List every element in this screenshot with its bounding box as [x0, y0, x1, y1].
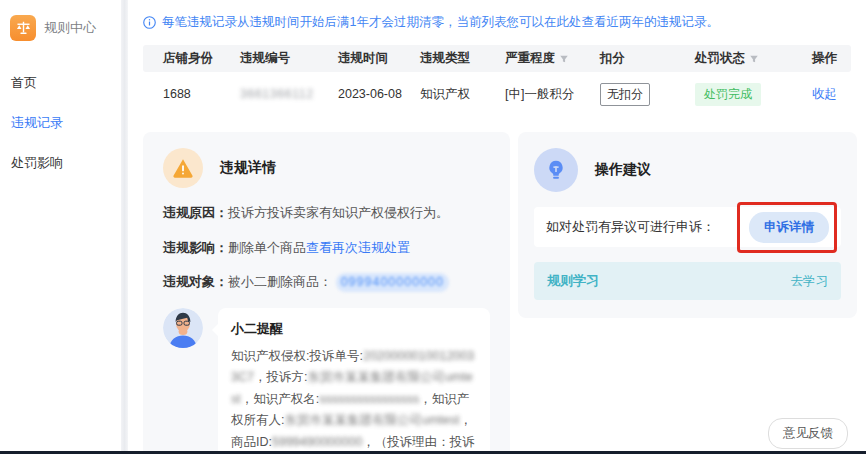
suggestion-card: 操作建议 如对处罚有异议可进行申诉： 申诉详情 规则学习 去学习: [518, 132, 857, 318]
warning-icon: [163, 148, 203, 188]
go-learn-link[interactable]: 去学习: [791, 273, 829, 290]
cell-action: 收起: [790, 86, 851, 103]
col-action: 操作: [790, 50, 851, 67]
reason-value: 投诉方投诉卖家有知识产权侵权行为。: [228, 205, 449, 220]
impact-value: 删除单个商品: [228, 240, 306, 255]
rule-learning-label: 规则学习: [547, 272, 599, 290]
detail-title: 违规详情: [220, 159, 276, 177]
cell-violation-time: 2023-06-08: [320, 87, 405, 101]
sidebar-item-home[interactable]: 首页: [0, 63, 121, 103]
notice-bar: 每笔违规记录从违规时间开始后满1年才会过期清零，当前列表您可以在此处查看近两年的…: [143, 14, 851, 31]
col-severity[interactable]: 严重程度: [490, 50, 580, 67]
target-value: 被小二删除商品：: [228, 274, 332, 289]
col-deduction: 扣分: [580, 50, 665, 67]
col-violation-no: 违规编号: [225, 50, 320, 67]
redacted-item-id: 5999490000000: [272, 435, 362, 449]
appeal-detail-button[interactable]: 申诉详情: [749, 212, 829, 243]
violation-target-row: 违规对象：被小二删除商品： 0999400000000: [163, 272, 490, 292]
app-title: 规则中心: [44, 19, 96, 37]
redacted-ip-name: ssssssssssssssss: [319, 392, 419, 406]
col-penalty-status-label: 处罚状态: [695, 50, 745, 67]
impact-label: 违规影响：: [163, 240, 228, 255]
violation-reason-row: 违规原因：投诉方投诉卖家有知识产权侵权行为。: [163, 203, 490, 223]
balance-scale-icon: [10, 15, 36, 41]
filter-icon[interactable]: [559, 54, 569, 64]
target-label: 违规对象：: [163, 274, 228, 289]
col-violation-type: 违规类型: [405, 50, 490, 67]
redacted-violation-no: 3661366112: [240, 87, 314, 101]
lightbulb-icon: [534, 148, 578, 192]
app-logo-row: 规则中心: [0, 0, 121, 41]
sidebar-item-penalty-impact[interactable]: 处罚影响: [0, 143, 121, 183]
table-header: 店铺身份 违规编号 违规时间 违规类型 严重程度 扣分 处罚状态 操作: [143, 45, 851, 72]
sidebar: 规则中心 首页 违规记录 处罚影响: [0, 0, 121, 454]
cell-shop-identity: 1688: [143, 87, 225, 101]
rule-learning-row[interactable]: 规则学习 去学习: [534, 262, 841, 300]
appeal-row: 如对处罚有异议可进行申诉： 申诉详情: [534, 207, 841, 247]
redacted-ip-owner: 东莞市某某集团有限公司umtest: [284, 413, 459, 427]
status-badge: 处罚完成: [695, 83, 761, 106]
col-severity-label: 严重程度: [505, 50, 555, 67]
info-icon: [143, 16, 156, 29]
cell-deduction: 无扣分: [580, 83, 665, 106]
reminder-title: 小二提醒: [231, 320, 477, 338]
assistant-reminder: 小二提醒 知识产权侵权:投诉单号:20200000100120033C7，投诉方…: [163, 308, 490, 454]
assistant-avatar: [163, 308, 203, 348]
cell-severity: [中]一般积分: [490, 86, 580, 103]
collapse-link[interactable]: 收起: [812, 87, 837, 101]
appeal-text: 如对处罚有异议可进行申诉：: [546, 218, 715, 236]
reminder-bubble: 小二提醒 知识产权侵权:投诉单号:20200000100120033C7，投诉方…: [218, 308, 490, 454]
table-row: 1688 3661366112 2023-06-08 知识产权 [中]一般积分 …: [143, 72, 851, 116]
reminder-text: 知识产权侵权:投诉单号:20200000100120033C7，投诉方:东莞市某…: [231, 346, 477, 454]
no-deduction-tag: 无扣分: [600, 83, 650, 106]
filter-icon[interactable]: [749, 54, 759, 64]
cell-violation-no: 3661366112: [225, 87, 320, 101]
repeat-violation-link[interactable]: 查看再次违规处置: [306, 240, 410, 255]
col-violation-time: 违规时间: [320, 50, 405, 67]
violation-impact-row: 违规影响：删除单个商品查看再次违规处置: [163, 238, 490, 258]
sidebar-item-violation-records[interactable]: 违规记录: [0, 103, 121, 143]
detail-cards: 违规详情 违规原因：投诉方投诉卖家有知识产权侵权行为。 违规影响：删除单个商品查…: [143, 132, 851, 454]
main-content: 每笔违规记录从违规时间开始后满1年才会过期清零，当前列表您可以在此处查看近两年的…: [128, 0, 866, 454]
sidebar-menu: 首页 违规记录 处罚影响: [0, 63, 121, 183]
rules-center-window: 规则中心 首页 违规记录 处罚影响 每笔违规记录从违规时间开始后满1年才会过期清…: [0, 0, 866, 454]
redacted-product-id: 0999400000000: [336, 273, 449, 292]
violation-detail-card: 违规详情 违规原因：投诉方投诉卖家有知识产权侵权行为。 违规影响：删除单个商品查…: [143, 132, 510, 454]
reason-label: 违规原因：: [163, 205, 228, 220]
notice-text: 每笔违规记录从违规时间开始后满1年才会过期清零，当前列表您可以在此处查看近两年的…: [162, 14, 719, 31]
feedback-button[interactable]: 意见反馈: [768, 418, 848, 449]
col-penalty-status[interactable]: 处罚状态: [665, 50, 790, 67]
suggestion-title: 操作建议: [595, 161, 651, 179]
cell-penalty-status: 处罚完成: [665, 83, 790, 106]
sidebar-divider: [121, 0, 128, 454]
col-shop-identity: 店铺身份: [143, 50, 225, 67]
cell-violation-type: 知识产权: [405, 86, 490, 103]
